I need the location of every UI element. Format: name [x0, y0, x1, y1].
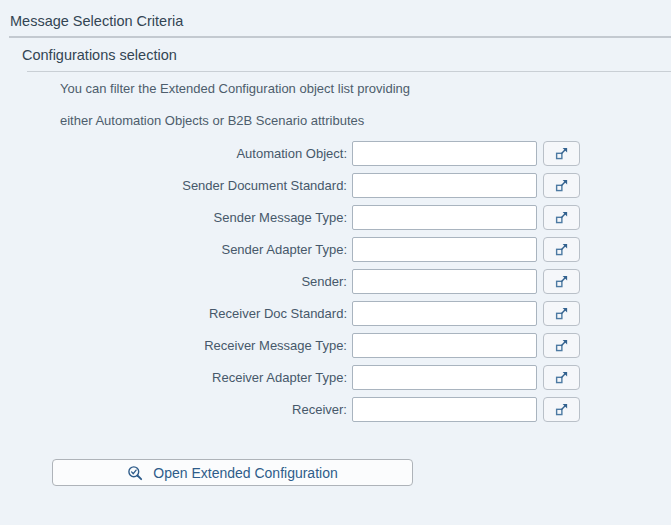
description-line-1: You can filter the Extended Configuratio…	[60, 81, 410, 96]
sender-input[interactable]	[352, 269, 537, 294]
form-row: Sender Document Standard:	[0, 173, 671, 198]
automation-object-value-help-button[interactable]	[543, 141, 580, 166]
receiver-adapter-type-label: Receiver Adapter Type:	[0, 365, 347, 390]
sender-message-type-label: Sender Message Type:	[0, 205, 347, 230]
sender-value-help-button[interactable]	[543, 269, 580, 294]
value-help-icon	[554, 370, 569, 385]
receiver-input[interactable]	[352, 397, 537, 422]
section-divider	[27, 71, 671, 72]
receiver-doc-standard-value-help-button[interactable]	[543, 301, 580, 326]
form-row: Receiver Doc Standard:	[0, 301, 671, 326]
automation-object-label: Automation Object:	[0, 141, 347, 166]
receiver-doc-standard-input[interactable]	[352, 301, 537, 326]
value-help-icon	[554, 306, 569, 321]
sender-message-type-value-help-button[interactable]	[543, 205, 580, 230]
form-row: Sender:	[0, 269, 671, 294]
value-help-icon	[554, 402, 569, 417]
value-help-icon	[554, 338, 569, 353]
form-row: Sender Message Type:	[0, 205, 671, 230]
title-divider	[9, 36, 671, 38]
receiver-message-type-input[interactable]	[352, 333, 537, 358]
receiver-message-type-label: Receiver Message Type:	[0, 333, 347, 358]
sender-label: Sender:	[0, 269, 347, 294]
open-extended-configuration-button[interactable]: Open Extended Configuration	[52, 459, 413, 486]
message-selection-criteria-panel: Message Selection Criteria Configuration…	[0, 0, 671, 525]
form-row: Receiver Adapter Type:	[0, 365, 671, 390]
sender-adapter-type-input[interactable]	[352, 237, 537, 262]
sender-adapter-type-label: Sender Adapter Type:	[0, 237, 347, 262]
sender-document-standard-value-help-button[interactable]	[543, 173, 580, 198]
description-line-2: either Automation Objects or B2B Scenari…	[60, 113, 364, 128]
open-extended-configuration-label: Open Extended Configuration	[153, 465, 337, 481]
section-heading: Configurations selection	[22, 47, 177, 63]
form-row: Sender Adapter Type:	[0, 237, 671, 262]
value-help-icon	[554, 146, 569, 161]
search-check-icon	[127, 465, 143, 481]
value-help-icon	[554, 178, 569, 193]
form-row: Receiver:	[0, 397, 671, 422]
form-row: Receiver Message Type:	[0, 333, 671, 358]
receiver-value-help-button[interactable]	[543, 397, 580, 422]
receiver-doc-standard-label: Receiver Doc Standard:	[0, 301, 347, 326]
page-title: Message Selection Criteria	[10, 13, 183, 29]
automation-object-input[interactable]	[352, 141, 537, 166]
form-row: Automation Object:	[0, 141, 671, 166]
value-help-icon	[554, 210, 569, 225]
value-help-icon	[554, 242, 569, 257]
receiver-adapter-type-input[interactable]	[352, 365, 537, 390]
receiver-label: Receiver:	[0, 397, 347, 422]
value-help-icon	[554, 274, 569, 289]
receiver-adapter-type-value-help-button[interactable]	[543, 365, 580, 390]
sender-document-standard-label: Sender Document Standard:	[0, 173, 347, 198]
filter-form: Automation Object: Sender Document Stand…	[0, 141, 671, 422]
receiver-message-type-value-help-button[interactable]	[543, 333, 580, 358]
sender-adapter-type-value-help-button[interactable]	[543, 237, 580, 262]
sender-message-type-input[interactable]	[352, 205, 537, 230]
sender-document-standard-input[interactable]	[352, 173, 537, 198]
